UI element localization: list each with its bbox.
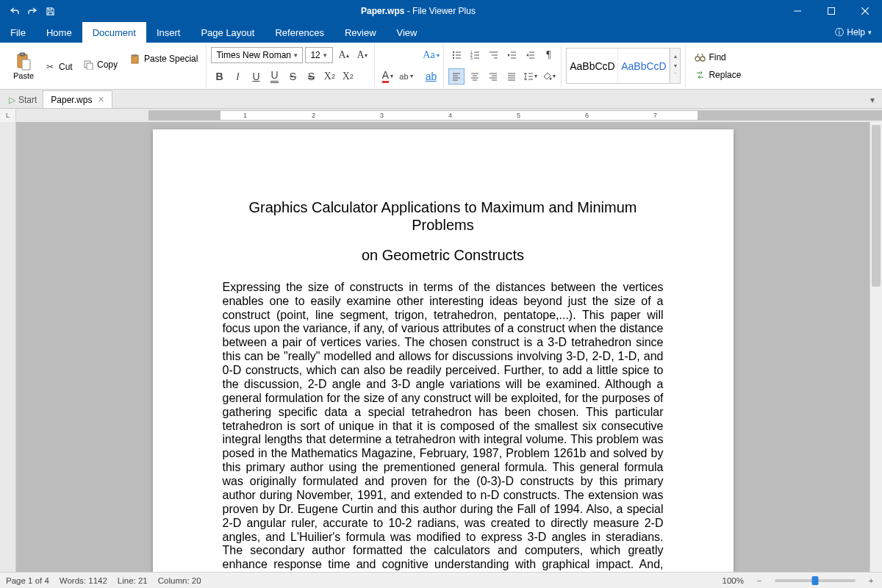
title-bar: Paper.wps - File Viewer Plus xyxy=(0,0,882,22)
ribbon-group-fontcolor: A▾ ab▾ xyxy=(375,44,418,87)
clear-formatting-button[interactable]: ab xyxy=(423,68,439,85)
menu-document[interactable]: Document xyxy=(82,22,146,43)
font-name-select[interactable]: Times New Roman▾ xyxy=(211,47,303,63)
menu-page-layout[interactable]: Page Layout xyxy=(190,22,265,43)
menu-file[interactable]: File xyxy=(0,22,36,43)
window-title: Paper.wps - File Viewer Plus xyxy=(56,6,781,16)
double-strike-button[interactable]: S xyxy=(303,68,319,85)
svg-point-13 xyxy=(453,57,454,59)
document-area: Graphics Calculator Applications to Maxi… xyxy=(0,122,882,572)
document-tab-strip: ▷Start Paper.wps✕ ▾ xyxy=(0,90,882,109)
paint-bucket-icon xyxy=(542,71,552,82)
play-icon: ▷ xyxy=(9,95,15,105)
horizontal-ruler[interactable]: L 1 2 3 4 5 6 7 xyxy=(0,109,882,122)
status-line: Line: 21 xyxy=(118,576,148,585)
font-color-button[interactable]: A▾ xyxy=(379,68,395,85)
help-button[interactable]: ⓘ Help ▾ xyxy=(825,22,882,43)
paste-special-button[interactable]: Paste Special xyxy=(126,51,201,67)
document-tab[interactable]: Paper.wps✕ xyxy=(43,90,112,108)
save-icon[interactable] xyxy=(44,5,56,17)
zoom-in-button[interactable]: + xyxy=(866,576,876,585)
status-zoom[interactable]: 100% xyxy=(723,576,744,585)
increase-indent-button[interactable] xyxy=(522,47,538,63)
maximize-button[interactable] xyxy=(814,0,848,22)
find-button[interactable]: Find xyxy=(690,49,745,65)
paste-button[interactable]: Paste xyxy=(8,46,39,87)
svg-point-50 xyxy=(695,57,700,61)
start-tab[interactable]: ▷Start xyxy=(3,92,43,108)
ribbon: Paste ✂Cut Copy Paste Special Times New … xyxy=(0,43,882,90)
close-button[interactable] xyxy=(848,0,882,22)
undo-icon[interactable] xyxy=(9,5,21,17)
style-normal[interactable]: AaBbCcD xyxy=(567,49,618,83)
vertical-scrollbar[interactable] xyxy=(870,122,882,572)
status-page[interactable]: Page 1 of 4 xyxy=(6,576,49,585)
line-spacing-button[interactable]: ▾ xyxy=(522,68,538,85)
strikethrough-button[interactable]: S xyxy=(284,68,301,85)
zoom-out-button[interactable]: − xyxy=(754,576,764,585)
svg-point-9 xyxy=(453,51,454,53)
ruler-corner: L xyxy=(0,109,16,122)
document-paragraph: Expressing the size of constructs in ter… xyxy=(223,281,664,572)
redo-icon[interactable] xyxy=(26,5,38,17)
menu-bar: File Home Document Insert Page Layout Re… xyxy=(0,22,882,43)
close-tab-icon[interactable]: ✕ xyxy=(98,95,104,104)
multilevel-list-button[interactable] xyxy=(485,47,501,63)
tabstrip-overflow[interactable]: ▾ xyxy=(863,92,882,108)
menu-review[interactable]: Review xyxy=(334,22,387,43)
highlighter-icon: ab xyxy=(399,72,408,81)
ribbon-group-styles: AaBbCcD AaBbCcD ▴▾‾ xyxy=(562,44,686,87)
decrease-indent-button[interactable] xyxy=(503,47,520,63)
replace-button[interactable]: Replace xyxy=(690,67,745,83)
double-underline-button[interactable]: U xyxy=(266,68,282,85)
subscript-button[interactable]: X2 xyxy=(340,68,356,85)
document-canvas[interactable]: Graphics Calculator Applications to Maxi… xyxy=(16,122,870,572)
numbering-button[interactable]: 123 xyxy=(467,47,483,63)
align-left-button[interactable] xyxy=(448,68,465,85)
svg-point-51 xyxy=(700,57,705,61)
grow-font-button[interactable]: A▴ xyxy=(335,47,351,63)
font-size-select[interactable]: 12▾ xyxy=(305,47,333,63)
ribbon-group-case: Aa▾ ab xyxy=(418,44,444,87)
ribbon-group-editing: Find Replace xyxy=(686,44,749,87)
style-gallery[interactable]: AaBbCcD AaBbCcD ▴▾‾ xyxy=(566,48,681,84)
scrollbar-thumb[interactable] xyxy=(872,125,881,287)
minimize-button[interactable] xyxy=(781,0,814,22)
menu-view[interactable]: View xyxy=(387,22,428,43)
chevron-down-icon: ▾ xyxy=(868,29,872,36)
copy-button[interactable]: Copy xyxy=(79,57,121,73)
menu-home[interactable]: Home xyxy=(36,22,82,43)
chevron-down-icon: ▾ xyxy=(870,95,875,105)
style-gallery-expand[interactable]: ▴▾‾ xyxy=(670,49,680,83)
menu-insert[interactable]: Insert xyxy=(146,22,191,43)
bold-button[interactable]: B xyxy=(211,68,227,85)
cut-button[interactable]: ✂Cut xyxy=(40,59,76,75)
svg-rect-1 xyxy=(828,8,835,15)
superscript-button[interactable]: X2 xyxy=(321,68,337,85)
document-page[interactable]: Graphics Calculator Applications to Maxi… xyxy=(153,129,734,572)
highlight-button[interactable]: ab▾ xyxy=(398,68,414,85)
menu-references[interactable]: References xyxy=(265,22,334,43)
svg-rect-6 xyxy=(87,63,93,70)
align-right-button[interactable] xyxy=(485,68,501,85)
shading-button[interactable]: ▾ xyxy=(540,68,556,85)
status-words[interactable]: Words: 1142 xyxy=(60,576,107,585)
copy-icon xyxy=(82,59,94,71)
align-center-button[interactable] xyxy=(467,68,483,85)
underline-button[interactable]: U xyxy=(248,68,264,85)
zoom-slider-handle[interactable] xyxy=(812,576,819,585)
scissors-icon: ✂ xyxy=(44,61,56,73)
bullets-button[interactable] xyxy=(448,47,465,63)
document-subtitle: on Geometric Constructs xyxy=(223,247,664,265)
justify-button[interactable] xyxy=(503,68,520,85)
svg-text:3: 3 xyxy=(470,56,473,60)
change-case-button[interactable]: Aa▾ xyxy=(423,47,439,63)
vertical-ruler[interactable] xyxy=(0,122,16,572)
shrink-font-button[interactable]: A▾ xyxy=(354,47,370,63)
svg-rect-3 xyxy=(20,53,25,56)
italic-button[interactable]: I xyxy=(229,68,245,85)
svg-point-49 xyxy=(549,77,551,79)
show-marks-button[interactable]: ¶ xyxy=(540,47,556,63)
style-heading1[interactable]: AaBbCcD xyxy=(618,49,670,83)
zoom-slider[interactable] xyxy=(775,579,856,582)
